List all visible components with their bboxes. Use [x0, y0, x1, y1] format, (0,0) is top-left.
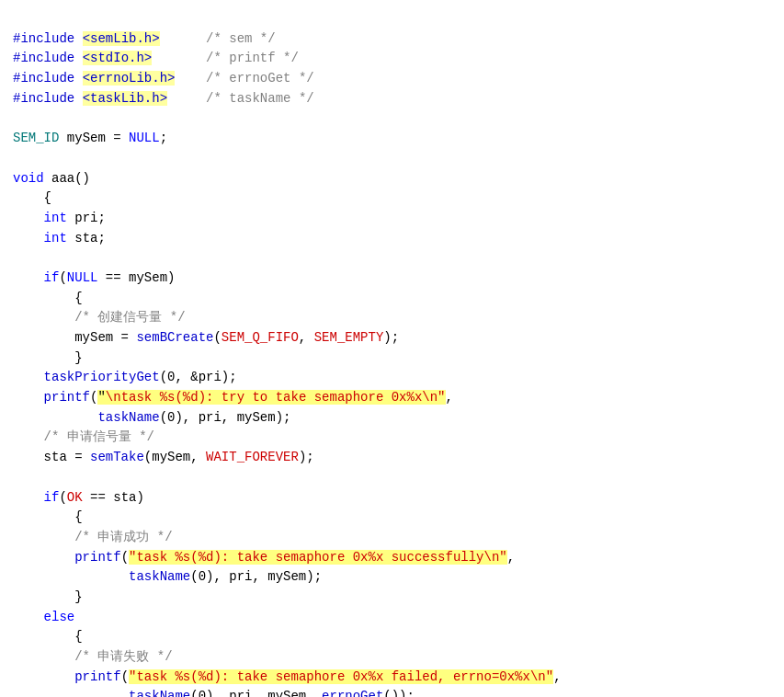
line-17: taskName(0), pri, mySem); — [13, 410, 290, 425]
line-24: taskName(0), pri, mySem); — [13, 569, 322, 584]
line-26: else — [13, 610, 74, 624]
line-8: int pri; — [13, 211, 106, 225]
line-11: { — [13, 291, 83, 305]
line-21: { — [13, 509, 83, 524]
line-19: sta = semTake(mySem, WAIT_FOREVER); — [13, 450, 314, 464]
line-14: } — [13, 350, 83, 365]
line-5: SEM_ID mySem = NULL; — [13, 131, 167, 145]
line-1: #include <semLib.h> /* sem */ — [13, 31, 276, 46]
code-editor: #include <semLib.h> /* sem */ #include <… — [0, 0, 784, 697]
line-15: taskPriorityGet(0, &pri); — [13, 370, 237, 384]
line-29: printf("task %s(%d): take semaphore 0x%x… — [13, 669, 562, 684]
line-28: /* 申请失败 */ — [13, 649, 173, 664]
line-7: { — [13, 190, 51, 205]
line-30: taskName(0), pri, mySem, errnoGet()); — [13, 689, 415, 697]
line-12: /* 创建信号量 */ — [13, 310, 186, 325]
line-9: int sta; — [13, 231, 106, 246]
line-27: { — [13, 629, 83, 644]
line-16: printf("\ntask %s(%d): try to take semap… — [13, 390, 453, 405]
line-3: #include <errnoLib.h> /* errnoGet */ — [13, 71, 314, 86]
line-6: void aaa() — [13, 171, 90, 186]
line-4: #include <taskLib.h> /* taskName */ — [13, 91, 314, 106]
line-22: /* 申请成功 */ — [13, 530, 173, 544]
line-2: #include <stdIo.h> /* printf */ — [13, 51, 299, 65]
line-20: if(OK == sta) — [13, 490, 144, 505]
line-10: if(NULL == mySem) — [13, 270, 175, 285]
line-13: mySem = semBCreate(SEM_Q_FIFO, SEM_EMPTY… — [13, 330, 399, 345]
line-25: } — [13, 589, 83, 604]
line-18: /* 申请信号量 */ — [13, 429, 154, 444]
line-23: printf("task %s(%d): take semaphore 0x%x… — [13, 550, 515, 565]
